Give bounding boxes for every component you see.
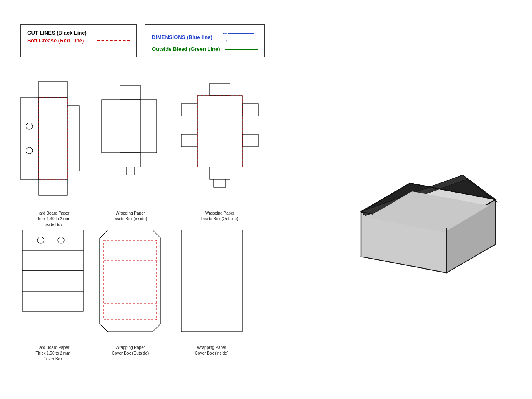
caption-top-left: Hard Board Paper Thick 1.30 to 2 mm Insi… — [20, 210, 85, 228]
diagram-bottom-right: Wrapping Paper Cover Box (inside) — [179, 228, 244, 356]
cut-line-sample — [97, 33, 130, 33]
inside-box-wrapping-inside-svg — [98, 81, 163, 208]
svg-rect-8 — [120, 86, 140, 100]
svg-rect-14 — [210, 83, 230, 96]
caption-bottom-middle: Wrapping Paper Cover Box (Outside) — [98, 345, 163, 356]
soft-crease-sample — [97, 40, 130, 41]
caption-bottom-left: Hard Board Paper Thick 1.50 to 2 mm Cove… — [20, 345, 85, 362]
legend-box-1: CUT LINES (Black Line) Soft Crease (Red … — [20, 24, 137, 57]
svg-marker-29 — [100, 230, 161, 332]
caption-bottom-right: Wrapping Paper Cover Box (inside) — [179, 345, 244, 356]
svg-rect-10 — [120, 100, 140, 153]
svg-rect-21 — [214, 179, 226, 187]
svg-rect-12 — [120, 153, 140, 167]
svg-rect-18 — [242, 134, 258, 147]
diagram-bottom-left: Hard Board Paper Thick 1.50 to 2 mm Cove… — [20, 228, 85, 362]
diagram-bottom-middle: Wrapping Paper Cover Box (Outside) — [98, 228, 163, 356]
svg-rect-34 — [181, 230, 242, 332]
svg-rect-13 — [126, 167, 134, 175]
diagram-top-left: Hard Board Paper Thick 1.30 to 2 mm Insi… — [20, 81, 85, 228]
cover-box-wrapping-outside-svg — [98, 228, 163, 342]
cover-box-wrapping-inside-svg — [179, 228, 244, 342]
svg-rect-19 — [197, 96, 242, 167]
svg-point-7 — [26, 147, 33, 154]
outside-bleed-label: Outside Bleed (Green Line) — [152, 46, 220, 52]
svg-rect-16 — [181, 134, 197, 147]
svg-rect-4 — [39, 179, 67, 195]
dimensions-label: DIMENSIONS (Blue line) — [152, 34, 217, 40]
svg-rect-23 — [22, 230, 83, 250]
svg-rect-11 — [140, 100, 157, 153]
svg-rect-15 — [181, 104, 197, 116]
diagram-top-middle: Wrapping Paper Inside Box (inside) — [98, 81, 163, 222]
svg-rect-26 — [22, 291, 83, 311]
svg-rect-9 — [102, 100, 120, 153]
outside-bleed-sample — [225, 49, 258, 50]
svg-rect-3 — [67, 106, 79, 171]
svg-rect-25 — [22, 271, 83, 291]
cut-lines-label: CUT LINES (Black Line) — [27, 30, 92, 36]
svg-rect-0 — [39, 81, 67, 98]
dimensions-arrow: ←————→ — [222, 30, 254, 44]
inside-box-wrapping-outside-svg — [179, 81, 261, 208]
box-3d-area — [337, 142, 508, 297]
svg-point-28 — [58, 237, 64, 243]
diagrams-area: Hard Board Paper Thick 1.30 to 2 mm Insi… — [16, 81, 309, 375]
svg-rect-2 — [39, 98, 67, 179]
caption-top-middle: Wrapping Paper Inside Box (inside) — [98, 210, 163, 222]
svg-point-6 — [26, 123, 33, 129]
inside-box-hardboard-svg — [20, 81, 85, 208]
svg-rect-20 — [210, 167, 230, 179]
svg-rect-24 — [22, 250, 83, 271]
soft-crease-label: Soft Crease (Red Line) — [27, 37, 92, 44]
legend-box-2: DIMENSIONS (Blue line) ←————→ Outside Bl… — [145, 24, 265, 57]
svg-rect-1 — [20, 98, 39, 179]
svg-point-27 — [37, 237, 44, 243]
legend-container: CUT LINES (Black Line) Soft Crease (Red … — [20, 24, 265, 57]
diagram-top-right: Wrapping Paper Inside Box (Outside) — [179, 81, 261, 222]
svg-rect-17 — [242, 104, 258, 116]
box-3d-svg — [337, 142, 508, 297]
caption-top-right: Wrapping Paper Inside Box (Outside) — [179, 210, 261, 222]
cover-box-hardboard-svg — [20, 228, 85, 342]
